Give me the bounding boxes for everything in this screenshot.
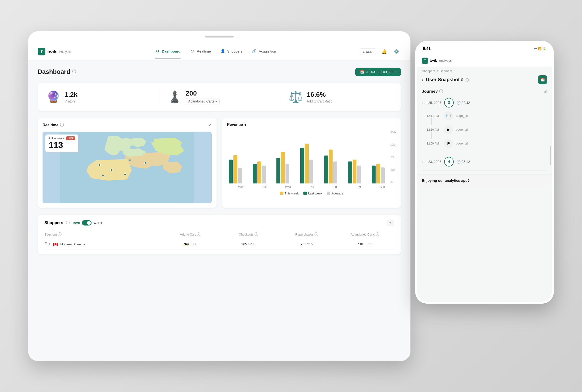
date-range-button[interactable]: 📅 Jul 03 - Jul 09, 2022 — [355, 68, 401, 76]
worst-label: Worst — [94, 221, 102, 225]
bar-gray-sun — [381, 168, 385, 184]
logo-icon: T — [38, 48, 46, 56]
repurchases-info-icon[interactable]: ⓘ — [314, 232, 318, 236]
session-2-date: Jan 23, 2023 — [422, 160, 441, 164]
usd-button[interactable]: $ USD — [360, 48, 376, 55]
map-dot — [98, 164, 101, 166]
legend-dot-average — [327, 192, 330, 195]
dashboard-info-icon[interactable]: ⓘ — [72, 69, 76, 74]
realtime-expand-button[interactable]: ⤢ — [208, 122, 212, 128]
bar-green-mon — [229, 160, 233, 184]
bar-green-tue — [253, 164, 256, 184]
nav-tab-dashboard-label: Dashboard — [162, 49, 180, 53]
journey-info-icon[interactable]: ⓘ — [439, 89, 443, 94]
acquisition-icon: 🔗 — [252, 49, 257, 54]
scroll-indicator[interactable] — [550, 146, 551, 165]
phone-logo-icon: T — [422, 58, 428, 64]
bar-yellow-sat — [353, 160, 356, 184]
chart-x-labels: Mon Tue Wed Thu Fri Sat Sun — [227, 185, 396, 189]
device-icon: 🖥 — [48, 242, 52, 246]
stats-row: 🔮 1.2k Visitors ♟️ 200 Abandoned Carts — [38, 83, 401, 111]
breadcrumb-shoppers[interactable]: Shoppers — [422, 69, 435, 73]
add-to-cart-value: 16.6% — [307, 91, 332, 98]
nav-tab-acquisition[interactable]: 🔗 Acquisition — [252, 49, 276, 54]
bar-gray-tue — [262, 166, 266, 184]
chevron-down-icon[interactable]: ▾ — [244, 122, 246, 127]
event-3-time: 12:09 AM — [427, 142, 441, 145]
realtime-info-icon[interactable]: ⓘ — [60, 122, 64, 128]
abandoned-carts-cell: 101 / 951 — [336, 242, 394, 246]
abandoned-carts-icon: ♟️ — [168, 90, 182, 104]
realtime-map: Active users LIVE 113 — [42, 132, 212, 203]
bar-gray-thu — [310, 160, 313, 184]
email-event-icon: ✉️ — [444, 111, 453, 120]
shoppers-icon: 👤 — [220, 49, 225, 54]
event-2-time: 12:10 AM — [427, 128, 441, 132]
nav-bar: T twik Analytics ⊙ Dashboard ◎ Realtime … — [28, 43, 410, 60]
bar-green-thu — [300, 148, 304, 184]
middle-row: Realtime ⓘ ⤢ — [38, 118, 401, 208]
table-row: G 🖥 🇨🇦 Montreal, Canada 764 / 686 — [44, 239, 394, 250]
nav-tab-dashboard[interactable]: ⊙ Dashboard — [155, 49, 180, 54]
journey-event-2: 12:10 AM ▶ page_url — [427, 125, 547, 134]
shoppers-info-icon[interactable]: ⓘ — [66, 220, 70, 225]
phone-nav: T twik Analytics — [417, 55, 552, 67]
revenue-chart: $50k $25k $5k $1k 0k — [227, 131, 396, 184]
active-users-badge: Active users LIVE 113 — [46, 134, 78, 152]
snapshot-info-icon[interactable]: ⓘ — [466, 78, 469, 82]
add-to-cart-info-icon[interactable]: ⓘ — [197, 232, 200, 236]
bar-gray-wed — [286, 164, 289, 184]
wifi-icon: 📶 — [538, 47, 542, 50]
realtime-icon: ◎ — [190, 49, 195, 54]
event-3-url: page_url — [456, 142, 468, 145]
journey-expand-button[interactable]: ⤢ — [544, 89, 547, 94]
abandoned-sub: 951 — [366, 242, 372, 246]
event-1-url: page_url — [456, 114, 468, 118]
dashboard-icon: ⊙ — [155, 49, 160, 54]
notification-button[interactable]: 🔔 — [380, 47, 388, 56]
best-worst-switch[interactable] — [82, 220, 92, 226]
checkouts-info-icon[interactable]: ⓘ — [254, 232, 258, 236]
checkouts-sub: 280 — [250, 242, 256, 246]
breadcrumb: Shoppers / Segment — [417, 67, 552, 73]
abandoned-carts-dropdown[interactable]: Abandoned Carts ▾ — [186, 98, 220, 104]
logo: T twik Analytics — [38, 48, 72, 56]
segment-info-icon[interactable]: ⓘ — [58, 232, 62, 236]
stat-add-to-cart: ⚖️ 16.6% Add to Cart Ratio — [280, 90, 401, 104]
bar-yellow-thu — [305, 144, 309, 184]
hash-button[interactable]: # — [386, 220, 394, 226]
phone-page-title: User Snapshot 0 ⓘ — [426, 77, 469, 82]
shoppers-header: Shoppers ⓘ Best Worst # — [44, 220, 394, 226]
best-worst-toggle: Best Worst — [73, 220, 102, 226]
nav-tab-shoppers[interactable]: 👤 Shoppers — [220, 49, 242, 54]
repurchases-cell: 73 / 915 — [278, 242, 336, 246]
session-2-duration: 🕐 08:12 — [456, 160, 470, 164]
col-header-segment: Segment ⓘ — [44, 232, 161, 237]
stat-abandoned-carts: ♟️ 200 Abandoned Carts ▾ — [159, 90, 280, 104]
event-1-time: 12:11 AM — [427, 114, 441, 118]
toggle-knob — [87, 221, 91, 225]
visitors-icon: 🔮 — [46, 90, 61, 104]
abandoned-carts-info-icon[interactable]: ⓘ — [376, 232, 380, 236]
nav-tab-realtime[interactable]: ◎ Realtime — [190, 49, 211, 54]
abandoned-main: 101 — [358, 242, 364, 246]
battery-icon: 🔋 — [542, 47, 546, 50]
stat-visitors: 🔮 1.2k Visitors — [38, 90, 159, 104]
session-2-header: Jan 23, 2023 4 🕐 08:12 — [422, 157, 547, 166]
calendar-button[interactable]: 📅 — [538, 75, 547, 84]
phone-header: ‹ User Snapshot 0 ⓘ 📅 — [417, 73, 552, 87]
col-header-repurchases: Repurchases ⓘ — [278, 232, 336, 237]
chart-group-tue — [253, 162, 275, 184]
revenue-card-title: Revenue ▾ — [227, 122, 396, 127]
enjoying-banner: Enjoying our analytics app? — [417, 174, 552, 186]
add-to-cart-label: Add to Cart Ratio — [307, 99, 332, 103]
back-button[interactable]: ‹ — [422, 77, 424, 82]
settings-button[interactable]: ⚙️ — [392, 47, 401, 56]
best-label: Best — [73, 221, 80, 225]
signal-bars-icon: ▪▪▪ — [534, 47, 537, 50]
breadcrumb-segment[interactable]: Segment — [440, 69, 452, 73]
session-1-duration: 🕐 02:42 — [456, 101, 470, 105]
session-1-count: 3 — [444, 98, 454, 108]
phone-signal-icons: ▪▪▪ 📶 🔋 — [534, 47, 546, 50]
visitors-label: Visitors — [64, 99, 78, 103]
